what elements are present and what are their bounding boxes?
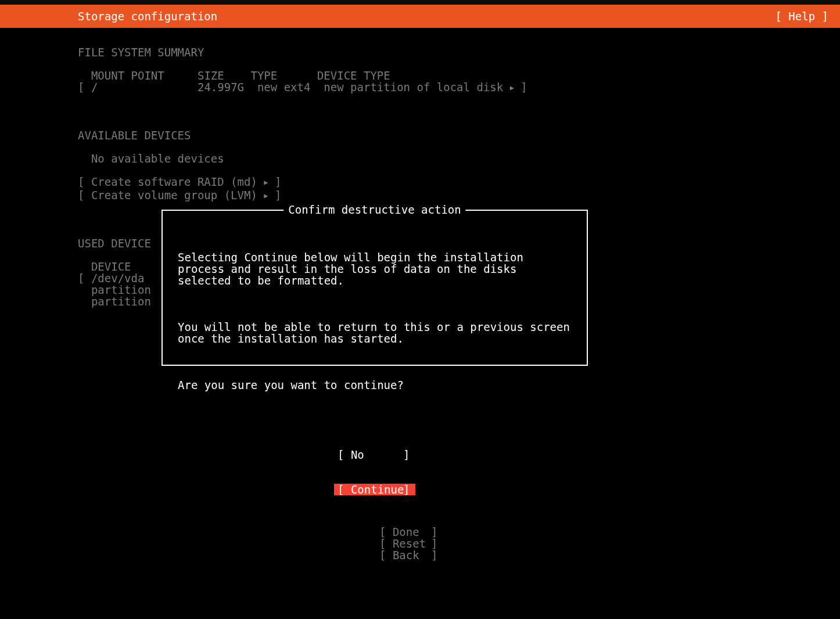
no-label: No <box>351 449 403 460</box>
dialog-para3: Are you sure you want to continue? <box>178 379 572 391</box>
back-button[interactable]: [ Back] <box>379 549 461 561</box>
no-devices-label: No available devices <box>91 152 224 165</box>
chevron-right-icon: ▶ <box>510 84 514 92</box>
available-devices-section: AVAILABLE DEVICES No available devices [… <box>78 129 840 203</box>
partition-row: partition <box>91 283 151 296</box>
partition-row: partition <box>91 295 151 308</box>
continue-button[interactable]: [ Continue] <box>334 484 415 495</box>
used-heading: USED DEVICE <box>78 237 151 250</box>
dialog-para1: Selecting Continue below will begin the … <box>178 251 572 286</box>
fs-summary-heading: FILE SYSTEM SUMMARY <box>78 46 204 59</box>
fs-summary-section: FILE SYSTEM SUMMARY MOUNT POINT SIZE TYP… <box>78 46 840 95</box>
fs-row-devtype: new partition of local disk <box>324 81 503 93</box>
fs-row[interactable]: [ / 24.997G new ext4 new partition of lo… <box>78 81 527 93</box>
no-button[interactable]: [ No] <box>334 449 415 460</box>
available-heading: AVAILABLE DEVICES <box>78 129 191 142</box>
col-devtype: DEVICE TYPE <box>317 69 390 82</box>
create-lvm-button[interactable]: [ Create volume group (LVM) ▶ ] <box>78 189 281 201</box>
used-col: DEVICE <box>91 260 131 273</box>
help-label: Help <box>788 10 815 23</box>
create-lvm-label: Create volume group (LVM) <box>91 189 257 201</box>
confirm-dialog: Confirm destructive action Selecting Con… <box>161 210 588 366</box>
fs-row-size: 24.997G <box>198 81 244 93</box>
dialog-title: Confirm destructive action <box>283 204 465 215</box>
continue-label: Continue <box>351 484 403 495</box>
chevron-right-icon: ▶ <box>264 192 268 200</box>
dialog-body: Selecting Continue below will begin the … <box>163 211 587 542</box>
back-label: Back <box>393 549 431 561</box>
help-button[interactable]: [ Help ] <box>775 10 828 22</box>
page-title: Storage configuration <box>78 10 217 22</box>
title-bar: Storage configuration [ Help ] <box>0 5 840 28</box>
create-raid-label: Create software RAID (md) <box>91 175 257 188</box>
create-raid-button[interactable]: [ Create software RAID (md) ▶ ] <box>78 175 281 188</box>
fs-row-mount: / <box>91 81 98 93</box>
col-mount: MOUNT POINT <box>91 69 164 82</box>
used-device-row[interactable]: [ /dev/vda <box>78 272 144 285</box>
col-type: TYPE <box>250 69 277 82</box>
fs-row-type: new ext4 <box>257 81 311 93</box>
used-device-name: /dev/vda <box>91 272 145 285</box>
dialog-buttons: [ No] [ Continue] <box>178 426 572 519</box>
dialog-para2: You will not be able to return to this o… <box>178 321 572 344</box>
window-top-strip <box>0 0 840 5</box>
col-size: SIZE <box>198 69 224 82</box>
chevron-right-icon: ▶ <box>264 178 268 186</box>
